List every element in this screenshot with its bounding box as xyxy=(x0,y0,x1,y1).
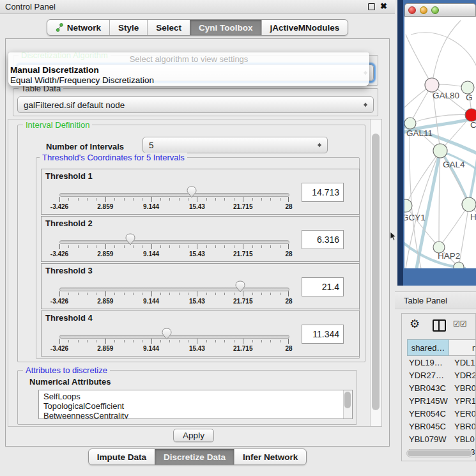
slider-major-ticks xyxy=(59,244,289,250)
tab-label: Cyni Toolbox xyxy=(199,23,253,33)
table-row[interactable]: YBL079WYBL0 xyxy=(407,433,476,445)
table-cell[interactable]: YIL0 xyxy=(449,460,476,462)
table-data-combobox[interactable]: galFiltered.sif default node xyxy=(17,96,374,113)
tick-label: -3.426 xyxy=(50,298,68,305)
group-title: Threshold's Coordinates for 5 Intervals xyxy=(40,153,187,162)
main-scroll-area: Interval Definition Number of Intervals … xyxy=(8,119,382,427)
slider-major-ticks xyxy=(59,291,289,297)
traffic-light-close-icon[interactable] xyxy=(408,6,416,14)
network-node[interactable] xyxy=(461,81,474,94)
table-cell[interactable]: YBR045C xyxy=(407,422,449,431)
table-cell[interactable]: YER0 xyxy=(449,409,476,418)
table-cell[interactable]: YDR2 xyxy=(449,371,476,380)
traffic-light-zoom-icon[interactable] xyxy=(431,6,439,14)
table-panel-body: ⚙ ☑☑ shared… n YDL19…YDL1 YDR27…YDR2 YBR… xyxy=(401,313,476,461)
network-node-gal80[interactable] xyxy=(425,78,439,92)
threshold-panel: Threshold 2 -3.426 2.859 9.144 15.43 21.… xyxy=(41,216,360,262)
threshold-label: Threshold 1 xyxy=(45,171,93,181)
tab-infer-network[interactable]: Infer Network xyxy=(234,449,306,464)
scrollbar-thumb[interactable] xyxy=(372,134,380,410)
group-title: Attributes to discretize xyxy=(23,365,110,375)
combobox-value: 5 xyxy=(149,141,154,150)
tick-label: 28 xyxy=(285,203,292,210)
tab-jactivemnodules[interactable]: jActiveMNodules xyxy=(261,20,348,35)
tick-label: -3.426 xyxy=(50,203,68,210)
network-titlebar[interactable] xyxy=(404,3,476,17)
tick-label: 9.144 xyxy=(143,203,159,210)
tick-label: 15.43 xyxy=(189,298,205,305)
tab-cyni-toolbox[interactable]: Cyni Toolbox xyxy=(190,20,261,35)
column-select-icon[interactable]: ☑☑ xyxy=(453,319,467,328)
node-label: G xyxy=(466,93,473,102)
spinner-icon xyxy=(363,101,369,109)
table-cell[interactable]: YBR043C xyxy=(407,383,449,393)
list-item[interactable]: BetweennessCentrality xyxy=(43,411,352,419)
list-item[interactable]: SelfLoops xyxy=(43,392,352,401)
table-row[interactable]: YIL052CYIL0 xyxy=(407,458,476,461)
popup-item-equal-width-frequency[interactable]: Equal Width/Frequency Discretization xyxy=(8,75,369,86)
table-cell[interactable]: YBL079W xyxy=(407,434,449,444)
node-label: H xyxy=(470,212,476,222)
network-canvas[interactable]: GAL80 GAL11 GAL4 GCY1 HAP2 H G C xyxy=(404,17,476,268)
threshold-value-field[interactable]: 6.316 xyxy=(302,230,344,249)
table-row[interactable]: YER054CYER0 xyxy=(407,407,476,420)
table-cell[interactable]: YPR1 xyxy=(449,396,476,406)
split-view-icon[interactable] xyxy=(433,319,446,332)
apply-button[interactable]: Apply xyxy=(173,429,214,442)
table-cell[interactable]: YDL19… xyxy=(407,358,449,367)
scrollbar-thumb[interactable] xyxy=(344,392,351,408)
horizontal-scrollbar[interactable] xyxy=(406,449,473,457)
column-header-shared-name[interactable]: shared… xyxy=(407,339,449,356)
table-cell[interactable]: YDR27… xyxy=(407,371,449,380)
node-table: shared… n YDL19…YDL1 YDR27…YDR2 YBR043CY… xyxy=(407,339,476,461)
number-of-intervals-label: Number of Intervals xyxy=(46,142,124,151)
control-panel-titlebar[interactable]: Control Panel ✖ xyxy=(0,0,395,14)
number-of-intervals-combobox[interactable]: 5 xyxy=(142,137,328,153)
list-item[interactable]: TopologicalCoefficient xyxy=(43,401,352,411)
node-label: GAL11 xyxy=(406,128,433,138)
table-row[interactable]: YDR27…YDR2 xyxy=(407,369,476,381)
table-cell[interactable]: YER054C xyxy=(407,409,449,418)
tab-network[interactable]: Network xyxy=(47,20,109,35)
network-node[interactable] xyxy=(454,262,464,268)
table-cell[interactable]: YBL0 xyxy=(449,434,476,444)
threshold-value-field[interactable]: 11.344 xyxy=(302,325,344,344)
table-panel-titlebar[interactable]: Table Panel xyxy=(395,291,476,309)
table-cell[interactable]: YIL052C xyxy=(407,460,449,462)
table-cell[interactable]: YPR145W xyxy=(407,396,449,406)
node-label: GAL4 xyxy=(443,160,465,169)
group-title: Interval Definition xyxy=(23,120,92,130)
numerical-attributes-label: Numerical Attributes xyxy=(29,377,111,387)
tick-label: 9.144 xyxy=(143,250,159,257)
tab-select[interactable]: Select xyxy=(147,20,190,35)
popup-item-manual-discretization[interactable]: Manual Discretization xyxy=(8,65,369,75)
tab-discretize-data[interactable]: Discretize Data xyxy=(155,449,234,464)
list-scrollbar[interactable] xyxy=(343,390,352,418)
traffic-light-minimize-icon[interactable] xyxy=(420,6,427,14)
network-node-gal4[interactable] xyxy=(433,144,447,158)
window-title: Control Panel xyxy=(5,2,56,12)
threshold-value-field[interactable]: 21.4 xyxy=(302,277,344,296)
tab-impute-data[interactable]: Impute Data xyxy=(89,449,155,464)
column-header-name[interactable]: n xyxy=(449,339,476,356)
tick-label: 21.715 xyxy=(233,250,253,257)
tab-style[interactable]: Style xyxy=(109,20,147,35)
attributes-list[interactable]: SelfLoops TopologicalCoefficient Between… xyxy=(38,390,353,419)
table-row[interactable]: YBR045CYBR0 xyxy=(407,420,476,433)
network-node-selected-red[interactable] xyxy=(465,109,476,121)
gear-icon[interactable]: ⚙ xyxy=(410,317,420,331)
table-cell[interactable]: YBR0 xyxy=(449,422,476,431)
table-row[interactable]: YBR043CYBR0 xyxy=(407,381,476,394)
table-row[interactable]: YDL19…YDL1 xyxy=(407,356,476,369)
table-row[interactable]: YPR145WYPR1 xyxy=(407,394,476,407)
float-window-icon[interactable] xyxy=(368,3,375,10)
vertical-scrollbar[interactable] xyxy=(370,119,381,426)
network-window[interactable]: GAL80 GAL11 GAL4 GCY1 HAP2 H G C xyxy=(397,0,476,286)
table-cell[interactable]: YDL1 xyxy=(449,358,476,367)
network-node-h[interactable] xyxy=(462,197,476,211)
table-cell[interactable]: YBR0 xyxy=(449,383,476,393)
scrollbar-thumb[interactable] xyxy=(408,450,472,456)
close-icon[interactable]: ✖ xyxy=(380,3,387,10)
threshold-value-field[interactable]: 14.713 xyxy=(302,183,344,202)
network-node-gal11[interactable] xyxy=(404,118,416,129)
